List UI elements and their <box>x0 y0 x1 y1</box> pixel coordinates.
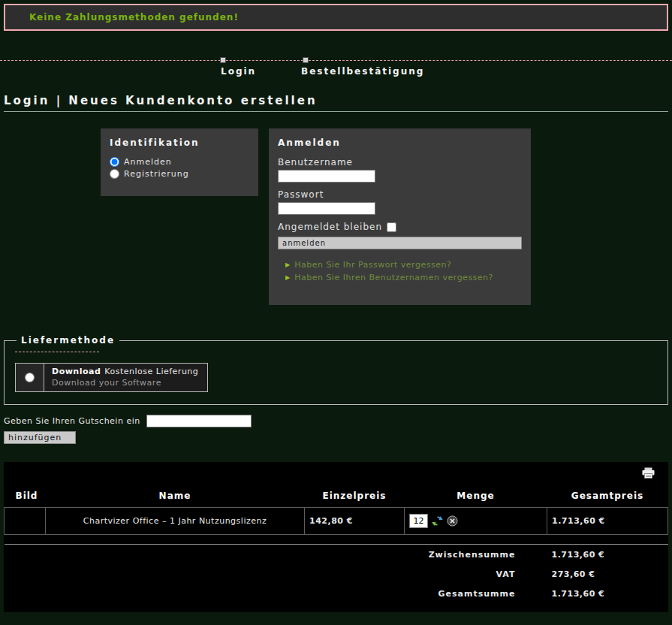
forgot-username-link[interactable]: ▶ Haben Sie Ihren Benutzernamen vergesse… <box>285 273 522 282</box>
page-title-wrap: Login | Neues Kundenkonto erstellen <box>4 94 668 112</box>
coupon-section: Geben Sie Ihren Gutschein ein hinzufügen <box>4 415 668 444</box>
header-bild: Bild <box>5 485 46 508</box>
login-area: Identifikation Anmelden Registrierung An… <box>101 128 668 305</box>
registrierung-radio-label[interactable]: Registrierung <box>124 169 189 179</box>
shipment-option-title: Download <box>52 367 101 376</box>
cart-header-row: Bild Name Einzelpreis Menge Gesamtpreis <box>5 485 668 508</box>
spacer-row <box>5 535 668 545</box>
quantity-input[interactable] <box>409 514 428 528</box>
grandtotal-value: 1.713,60 € <box>547 584 668 603</box>
arrow-icon: ▶ <box>285 261 290 268</box>
shipment-option-sub: Download your Software <box>52 378 198 388</box>
login-links: ▶ Haben Sie Ihr Passwort vergessen? ▶ Ha… <box>285 260 522 282</box>
coupon-input[interactable] <box>146 415 252 427</box>
shipment-fieldset: Liefermethode DownloadKostenlose Lieferu… <box>4 335 668 405</box>
step-login[interactable]: Login <box>221 66 256 77</box>
anmelden-radio[interactable] <box>110 157 119 167</box>
vat-row: VAT 273,60 € <box>5 564 668 584</box>
header-gesamtpreis: Gesamtpreis <box>547 485 668 508</box>
identification-title: Identifikation <box>110 137 249 148</box>
password-input[interactable] <box>278 202 375 215</box>
identification-option-anmelden[interactable]: Anmelden <box>110 157 249 167</box>
shipment-text-cell: DownloadKostenlose Lieferung Download yo… <box>44 364 207 391</box>
checkout-steps: Login Bestellbestätigung <box>4 53 668 83</box>
vat-label: VAT <box>405 564 547 584</box>
cart-section: Bild Name Einzelpreis Menge Gesamtpreis … <box>4 462 668 612</box>
header-menge: Menge <box>405 485 547 508</box>
item-name: Chartvizer Office – 1 Jahr Nutzungslizen… <box>46 508 305 535</box>
remember-label: Angemeldet bleiben <box>278 222 382 232</box>
shipment-radio-cell <box>16 364 44 391</box>
shipment-option-line1: DownloadKostenlose Lieferung <box>52 367 198 376</box>
remember-checkbox[interactable] <box>387 222 396 232</box>
delete-item-icon[interactable] <box>447 515 458 527</box>
header-einzelpreis: Einzelpreis <box>305 485 405 508</box>
shipment-legend: Liefermethode <box>17 335 119 346</box>
arrow-icon: ▶ <box>285 274 290 281</box>
shipment-option-desc: Kostenlose Lieferung <box>104 367 198 376</box>
anmelden-radio-label[interactable]: Anmelden <box>124 157 172 167</box>
login-title: Anmelden <box>278 137 522 148</box>
shipment-option-download[interactable]: DownloadKostenlose Lieferung Download yo… <box>15 363 208 392</box>
username-label: Benutzername <box>278 157 522 168</box>
steps-dashed-line <box>0 60 672 61</box>
shipment-dashed-line <box>15 352 99 352</box>
cart-item-row: Chartvizer Office – 1 Jahr Nutzungslizen… <box>5 508 668 535</box>
login-submit-button[interactable]: anmelden <box>278 237 522 249</box>
payment-alert: Keine Zahlungsmethoden gefunden! <box>4 4 668 31</box>
login-box: Anmelden Benutzername Passwort Angemelde… <box>269 128 531 305</box>
forgot-password-link[interactable]: ▶ Haben Sie Ihr Passwort vergessen? <box>285 260 522 270</box>
item-total: 1.713,60 € <box>547 508 668 535</box>
subtotal-value: 1.713,60 € <box>547 545 668 564</box>
password-label: Passwort <box>278 189 522 200</box>
step-confirmation: Bestellbestätigung <box>301 66 424 77</box>
username-input[interactable] <box>278 170 375 183</box>
item-unit-price: 142,80 € <box>305 508 405 535</box>
grandtotal-row: Gesamtsumme 1.713,60 € <box>5 584 668 603</box>
item-quantity-cell <box>405 508 547 535</box>
shipment-radio[interactable] <box>25 373 35 382</box>
identification-option-registrierung[interactable]: Registrierung <box>110 169 249 179</box>
forgot-password-text[interactable]: Haben Sie Ihr Passwort vergessen? <box>294 260 451 270</box>
header-name: Name <box>46 485 305 508</box>
vat-value: 273,60 € <box>547 564 668 584</box>
item-image-cell <box>5 508 46 535</box>
alert-message: Keine Zahlungsmethoden gefunden! <box>29 12 239 23</box>
subtotal-label: Zwischensumme <box>405 545 547 564</box>
identification-box: Identifikation Anmelden Registrierung <box>101 128 258 196</box>
subtotal-row: Zwischensumme 1.713,60 € <box>5 545 668 564</box>
refresh-quantity-icon[interactable] <box>432 515 443 527</box>
step-marker-confirmation <box>303 57 309 63</box>
coupon-label: Geben Sie Ihren Gutschein ein <box>4 416 140 426</box>
remember-row: Angemeldet bleiben <box>278 222 522 232</box>
cart-table: Bild Name Einzelpreis Menge Gesamtpreis … <box>4 485 668 603</box>
registrierung-radio[interactable] <box>110 169 119 179</box>
page-title: Login | Neues Kundenkonto erstellen <box>4 94 318 107</box>
forgot-username-text[interactable]: Haben Sie Ihren Benutzernamen vergessen? <box>294 273 493 282</box>
step-marker-login <box>220 57 226 63</box>
coupon-add-button[interactable]: hinzufügen <box>4 431 76 444</box>
grandtotal-label: Gesamtsumme <box>405 584 547 603</box>
print-icon[interactable] <box>642 467 655 481</box>
